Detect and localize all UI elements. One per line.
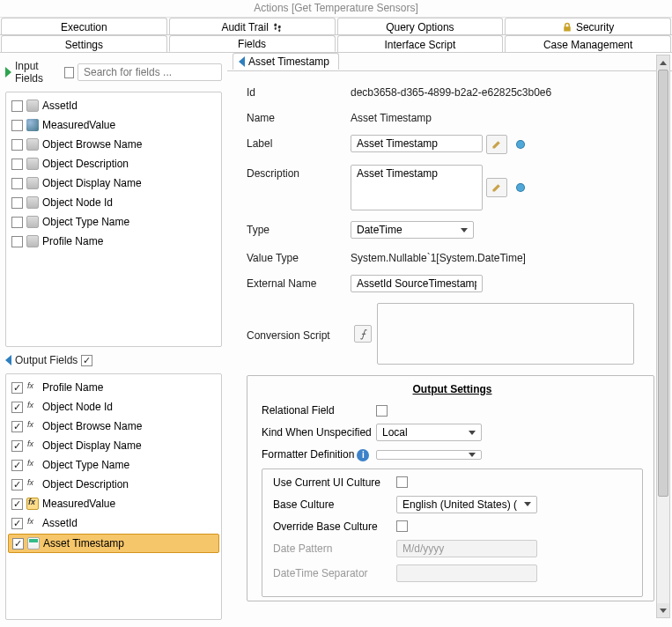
input-fields-list: AssetIdMeasuredValueObject Browse NameOb… — [5, 92, 222, 347]
kind-value: Local — [382, 426, 408, 439]
detail-body: Id decb3658-d365-4899-b2a2-e62825c3b0e6 … — [227, 70, 672, 625]
field-checkbox[interactable] — [11, 217, 23, 228]
field-checkbox[interactable] — [11, 402, 23, 413]
field-checkbox[interactable] — [11, 440, 23, 452]
chevron-down-icon — [524, 502, 531, 506]
datepat-label: Date Pattern — [273, 542, 396, 555]
field-type-icon — [26, 196, 39, 209]
tab-settings[interactable]: Settings — [1, 35, 167, 52]
field-checkbox[interactable] — [11, 139, 23, 151]
conv-label: Conversion Script — [247, 327, 351, 342]
tab-execution[interactable]: Execution — [1, 18, 167, 34]
type-label: Type — [247, 221, 351, 236]
output-field-row[interactable]: Object Node Id — [6, 397, 221, 417]
field-type-icon — [26, 420, 39, 432]
field-checkbox[interactable] — [11, 460, 23, 471]
tab-audit-trail[interactable]: Audit Trail — [169, 18, 336, 34]
field-checkbox[interactable] — [11, 518, 23, 529]
input-field-row[interactable]: Object Display Name — [6, 173, 221, 193]
output-field-row[interactable]: Object Description — [6, 475, 221, 494]
back-icon — [239, 56, 245, 67]
dtsep-input — [396, 564, 537, 582]
tab-label: Settings — [65, 39, 103, 51]
tab-interface-script[interactable]: Interface Script — [337, 35, 504, 52]
output-field-row[interactable]: Asset Timestamp — [8, 534, 219, 553]
conv-script-box[interactable] — [377, 303, 634, 365]
field-label: MeasuredValue — [42, 119, 115, 131]
output-field-row[interactable]: Object Display Name — [6, 436, 221, 455]
output-field-row[interactable]: MeasuredValue — [6, 494, 221, 513]
field-type-icon — [26, 235, 39, 247]
desc-hint[interactable] — [511, 178, 530, 197]
input-field-row[interactable]: Object Browse Name — [6, 135, 221, 154]
field-checkbox[interactable] — [11, 178, 23, 189]
output-field-row[interactable]: Profile Name — [6, 378, 221, 397]
field-checkbox[interactable] — [11, 120, 23, 131]
field-checkbox[interactable] — [12, 538, 24, 550]
field-label: Object Description — [42, 478, 129, 491]
useui-checkbox[interactable] — [396, 476, 408, 488]
field-checkbox[interactable] — [11, 479, 23, 491]
field-checkbox[interactable] — [11, 498, 23, 510]
scroll-thumb[interactable] — [658, 70, 668, 497]
input-field-row[interactable]: Profile Name — [6, 232, 221, 251]
input-field-row[interactable]: AssetId — [6, 96, 221, 115]
scroll-up-button[interactable] — [657, 55, 669, 70]
detail-tab[interactable]: Asset Timestamp — [233, 53, 339, 70]
field-label: Object Display Name — [42, 439, 142, 452]
label-input[interactable] — [351, 135, 483, 152]
output-settings-box: Output Settings Relational Field Kind Wh… — [247, 375, 654, 601]
tab-label: Fields — [238, 38, 266, 50]
label-hint[interactable] — [511, 135, 530, 154]
input-field-row[interactable]: Object Description — [6, 154, 221, 173]
input-fields-checkbox[interactable] — [64, 67, 74, 78]
info-icon[interactable]: i — [357, 449, 369, 461]
extname-label: External Name — [247, 275, 351, 290]
input-field-row[interactable]: MeasuredValue — [6, 115, 221, 135]
edit-desc-button[interactable] — [486, 178, 507, 197]
override-checkbox[interactable] — [396, 520, 408, 532]
scroll-down-button[interactable] — [657, 603, 669, 617]
output-field-row[interactable]: Object Type Name — [6, 455, 221, 475]
input-fields-label: Input Fields — [15, 60, 61, 85]
output-field-row[interactable]: AssetId — [6, 513, 221, 533]
conv-fx-button[interactable]: ⨍ — [354, 325, 372, 343]
edit-label-button[interactable] — [486, 135, 507, 154]
chevron-down-icon — [469, 453, 476, 457]
kind-select[interactable]: Local — [376, 424, 482, 441]
desc-input[interactable]: Asset Timestamp — [351, 165, 483, 210]
extname-input[interactable] — [351, 275, 483, 292]
field-label: AssetId — [42, 517, 78, 529]
field-type-icon — [26, 498, 39, 510]
input-field-row[interactable]: Object Type Name — [6, 212, 221, 232]
tab-fields[interactable]: Fields — [169, 35, 336, 52]
tab-case-management[interactable]: Case Management — [505, 35, 671, 52]
formatter-select[interactable] — [376, 450, 482, 460]
field-checkbox[interactable] — [11, 159, 23, 170]
vertical-scrollbar[interactable] — [656, 55, 670, 618]
collapse-icon[interactable] — [5, 355, 11, 365]
relational-checkbox[interactable] — [376, 405, 388, 417]
output-field-row[interactable]: Object Browse Name — [6, 417, 221, 436]
output-fields-checkbox[interactable] — [81, 355, 92, 366]
pencil-icon — [491, 139, 502, 150]
base-culture-select[interactable]: English (United States) ( — [396, 496, 537, 513]
field-checkbox[interactable] — [11, 382, 23, 394]
output-fields-label: Output Fields — [15, 354, 78, 366]
tab-row-1: Execution Audit Trail Query Options Secu… — [0, 18, 672, 35]
lock-icon — [562, 22, 572, 33]
field-checkbox[interactable] — [11, 100, 23, 112]
kind-label: Kind When Unspecified — [262, 426, 376, 439]
output-fields-header: Output Fields — [5, 352, 222, 368]
scroll-track[interactable] — [657, 70, 669, 603]
tab-security[interactable]: Security — [505, 18, 671, 34]
field-checkbox[interactable] — [11, 421, 23, 432]
tab-query-options[interactable]: Query Options — [337, 18, 504, 34]
field-checkbox[interactable] — [11, 197, 23, 209]
field-type-icon — [26, 177, 39, 189]
expand-icon[interactable] — [5, 67, 11, 77]
search-input[interactable] — [78, 63, 222, 81]
input-field-row[interactable]: Object Node Id — [6, 193, 221, 212]
field-checkbox[interactable] — [11, 236, 23, 247]
type-select[interactable]: DateTime — [351, 221, 474, 239]
